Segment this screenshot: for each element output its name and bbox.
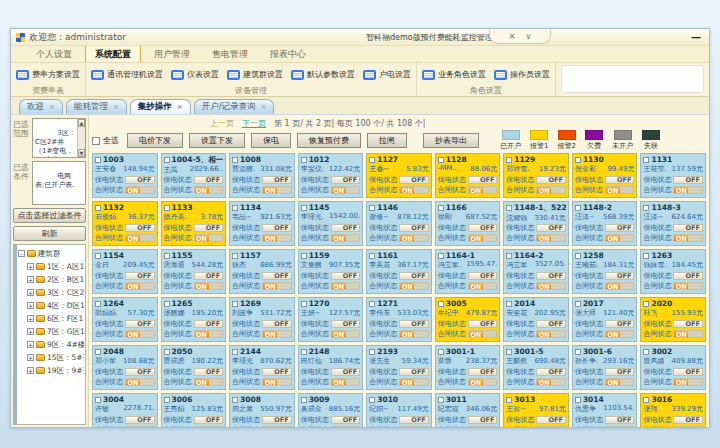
tree-item[interactable]: +1区：A区1#井: [27, 260, 84, 273]
tree-item[interactable]: +6区：F区1#井(F区1#: [27, 312, 84, 325]
meter-card[interactable]: 2014安雯花202.95元保电状态OFF合闸状态ON: [503, 297, 569, 342]
tree-item[interactable]: +2区：B区1#井(附: [27, 273, 84, 286]
meter-checkbox[interactable]: [438, 157, 444, 163]
meter-card[interactable]: 1270王妍~127.57元保电状态OFF合闸状态ON: [298, 297, 364, 342]
meter-card[interactable]: 1164-1冯立军.1595.47.保电状态OFF合闸状态ON: [435, 249, 501, 294]
meter-card[interactable]: 1148-1、522沈耀钱330.41元保电状态OFF合闸状态ON: [503, 201, 569, 246]
choose-filter-button[interactable]: 点击选择过滤条件: [13, 208, 86, 223]
tab-欢迎[interactable]: 欢迎×: [19, 99, 63, 114]
refresh-button[interactable]: 刷新: [13, 226, 86, 241]
tree-item[interactable]: +19区：9#变电站(2#: [27, 364, 84, 377]
meter-card[interactable]: 2148田红仙186.74元保电状态OFF合闸状态ON: [298, 345, 364, 390]
meter-card[interactable]: 1164-2冯立军3527.05.保电状态OFF合闸状态ON: [503, 249, 569, 294]
menu-item[interactable]: 售电管理: [203, 46, 257, 62]
expand-icon[interactable]: +: [27, 328, 34, 335]
meter-checkbox[interactable]: [369, 397, 375, 403]
meter-checkbox[interactable]: [575, 349, 581, 355]
menu-item[interactable]: 报表中心: [261, 46, 315, 62]
minimize-button[interactable]: —: [688, 32, 704, 43]
meter-card[interactable]: 1258王曦茹.184.31元保电状态OFF合闸状态ON: [572, 249, 638, 294]
tab-开户/记录查询[interactable]: 开户/记录查询×: [194, 99, 275, 114]
meter-card[interactable]: 1133德丹美.3.78元保电状态OFF合闸状态ON: [161, 201, 227, 246]
meter-checkbox[interactable]: [369, 253, 375, 259]
meter-checkbox[interactable]: [575, 253, 581, 259]
close-icon[interactable]: ✕: [509, 32, 516, 41]
meter-checkbox[interactable]: [506, 253, 512, 259]
expand-icon[interactable]: +: [27, 263, 34, 270]
meter-card[interactable]: 1154金日209.45元保电状态OFF合闸状态ON: [92, 249, 158, 294]
meter-card[interactable]: 1132石俊娟.36.37元保电状态OFF合闸状态ON: [92, 201, 158, 246]
tab-close-icon[interactable]: ×: [113, 103, 119, 111]
meter-card[interactable]: 1134韦品~921.63元保电状态OFF合闸状态ON: [229, 201, 295, 246]
meter-card[interactable]: 3013王欢~97.81元保电状态OFF合闸状态ON: [503, 393, 569, 427]
meter-card[interactable]: 1263钱妹雪.184.45元保电状态OFF合闸状态ON: [640, 249, 706, 294]
meter-checkbox[interactable]: [164, 205, 170, 211]
meter-checkbox[interactable]: [506, 349, 512, 355]
meter-checkbox[interactable]: [369, 349, 375, 355]
meter-card[interactable]: 1271李伟东533.03元保电状态OFF合闸状态ON: [366, 297, 432, 342]
meter-checkbox[interactable]: [95, 301, 101, 307]
meter-card[interactable]: 2048郑小军108.68元保电状态OFF合闸状态ON: [92, 345, 158, 390]
expand-icon[interactable]: +: [27, 289, 34, 296]
toolbar-button[interactable]: 抄表导出: [423, 133, 479, 148]
meter-checkbox[interactable]: [232, 301, 238, 307]
select-all-checkbox[interactable]: [92, 137, 100, 145]
select-all[interactable]: 全选: [92, 135, 119, 146]
meter-card[interactable]: 1003王安春148.94元保电状态OFF合闸状态ON: [92, 153, 158, 198]
meter-card[interactable]: 1155唐海通544.28元保电状态OFF合闸状态ON: [161, 249, 227, 294]
meter-checkbox[interactable]: [301, 301, 307, 307]
meter-checkbox[interactable]: [164, 397, 170, 403]
meter-card[interactable]: 1145李瑾光.1542.00.保电状态OFF合闸状态ON: [298, 201, 364, 246]
meter-checkbox[interactable]: [438, 397, 444, 403]
meter-card[interactable]: 3001-6孙长争.293.16元保电状态OFF合闸状态ON: [572, 345, 638, 390]
tree-item[interactable]: +9区：4#楼电井(: [27, 338, 84, 351]
meter-checkbox[interactable]: [575, 157, 581, 163]
meter-card[interactable]: 1159文曼丽907.35元保电状态OFF合闸状态ON: [298, 249, 364, 294]
meter-card[interactable]: 1146谢修~878.12元保电状态OFF合闸状态ON: [366, 201, 432, 246]
meter-checkbox[interactable]: [232, 397, 238, 403]
tree-item[interactable]: +4区：D区1#井(D区1: [27, 299, 84, 312]
ribbon-button[interactable]: 操作员设置: [491, 67, 553, 82]
tree-item[interactable]: +3区：C区2#井（1#变: [27, 286, 84, 299]
meter-checkbox[interactable]: [301, 253, 307, 259]
meter-card[interactable]: 2017张大师121.40元保电状态OFF合闸状态ON: [572, 297, 638, 342]
next-page-link[interactable]: 下一页: [242, 118, 266, 129]
meter-card[interactable]: 1129郑诗雪.19.23元保电状态OFF合闸状态ON: [503, 153, 569, 198]
toolbar-button[interactable]: 恢复预付费: [297, 133, 361, 148]
scroll-down-icon[interactable]: ▼: [78, 149, 85, 157]
meter-checkbox[interactable]: [95, 349, 101, 355]
expand-icon[interactable]: +: [27, 302, 34, 309]
meter-checkbox[interactable]: [369, 205, 375, 211]
toolbar-button[interactable]: 设置下发: [189, 133, 245, 148]
meter-checkbox[interactable]: [643, 349, 649, 355]
tab-集抄操作[interactable]: 集抄操作×: [130, 99, 191, 114]
ribbon-button[interactable]: 通讯管理机设置: [88, 67, 166, 82]
meter-card[interactable]: 1012李宝仪.122.42元保电状态OFF合闸状态ON: [298, 153, 364, 198]
tab-close-icon[interactable]: ×: [49, 103, 55, 111]
tree-root[interactable]: -建筑群: [18, 247, 84, 260]
ribbon-button[interactable]: 仪表设置: [168, 67, 222, 82]
meter-checkbox[interactable]: [506, 397, 512, 403]
meter-checkbox[interactable]: [301, 397, 307, 403]
meter-checkbox[interactable]: [438, 349, 444, 355]
scrollbar[interactable]: ▲ ▼: [77, 119, 85, 157]
meter-checkbox[interactable]: [643, 253, 649, 259]
meter-card[interactable]: 1161李美花367.17元保电状态OFF合闸状态ON: [366, 249, 432, 294]
toolbar-button[interactable]: 拉闸: [367, 133, 407, 148]
meter-checkbox[interactable]: [369, 157, 375, 163]
meter-checkbox[interactable]: [438, 301, 444, 307]
ribbon-button[interactable]: 业务角色设置: [419, 67, 489, 82]
meter-checkbox[interactable]: [232, 253, 238, 259]
ribbon-button[interactable]: 建筑群设置: [224, 67, 286, 82]
tree-item[interactable]: +7区：G区1#井: [27, 325, 84, 338]
meter-card[interactable]: 1004-5、相一王禹2029.66..保电状态OFF合闸状态ON: [161, 153, 227, 198]
meter-card[interactable]: 3010纪阳~117.49元保电状态OFF合闸状态ON: [366, 393, 432, 427]
meter-checkbox[interactable]: [506, 301, 512, 307]
meter-checkbox[interactable]: [643, 205, 649, 211]
ribbon-button[interactable]: 默认参数设置: [288, 67, 358, 82]
meter-card[interactable]: 1148-2汪泽~568.39元保电状态OFF合闸状态ON: [572, 201, 638, 246]
meter-checkbox[interactable]: [164, 349, 170, 355]
expand-icon[interactable]: +: [27, 367, 34, 374]
meter-card[interactable]: 2020桂飞155.93元保电状态OFF合闸状态ON: [640, 297, 706, 342]
selected-condition-box[interactable]: 电网表;已开户表.: [32, 161, 86, 205]
